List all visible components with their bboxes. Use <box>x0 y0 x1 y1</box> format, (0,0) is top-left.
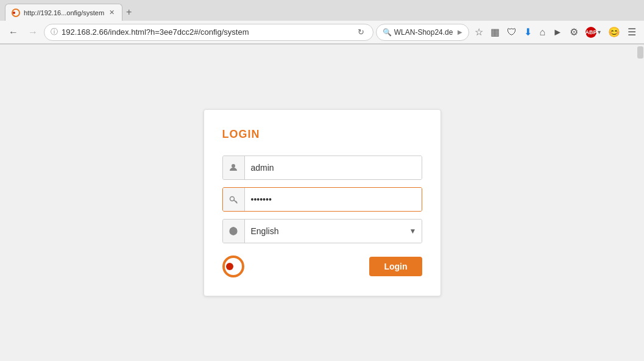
address-bar[interactable]: ⓘ ↻ <box>44 24 373 41</box>
login-button[interactable]: Login <box>369 257 422 276</box>
adblock-button[interactable]: ABP ▾ <box>582 26 604 39</box>
new-tab-button[interactable]: + <box>122 7 135 17</box>
globe-icon <box>228 226 238 236</box>
profile-button[interactable]: 😊 <box>605 24 623 40</box>
search-arrow-icon: ▶ <box>458 29 462 35</box>
scrollbar[interactable] <box>637 45 644 361</box>
abp-arrow-icon: ▾ <box>598 29 601 35</box>
tab-title: http://192.16...onfig/system <box>24 9 104 16</box>
forward-button[interactable]: → <box>24 24 41 40</box>
browser-tab[interactable]: http://192.16...onfig/system ✕ <box>5 4 122 21</box>
forward-icon: → <box>28 27 38 38</box>
language-select-wrapper: English Deutsch Français 中文 ▼ <box>245 220 422 243</box>
container-button[interactable]: ⚙ <box>567 24 581 40</box>
search-icon: 🔍 <box>383 28 392 37</box>
language-field-group: English Deutsch Français 中文 ▼ <box>222 219 422 243</box>
language-select[interactable]: English Deutsch Français 中文 <box>245 220 422 243</box>
scrollbar-thumb[interactable] <box>637 46 643 59</box>
nav-bar: ← → ⓘ ↻ 🔍 WLAN-Shop24.de ▶ ☆ ▦ 🛡 ⬇ ⌂ ► ⚙… <box>0 21 644 44</box>
tab-favicon <box>12 9 20 17</box>
menu-button[interactable]: ☰ <box>625 24 639 40</box>
user-icon <box>228 163 238 173</box>
svg-point-2 <box>232 164 235 168</box>
home-button[interactable]: ⌂ <box>536 24 548 40</box>
key-icon-container <box>223 188 245 211</box>
password-input[interactable] <box>245 188 422 211</box>
search-text: WLAN-Shop24.de <box>394 28 453 37</box>
tab-close-button[interactable]: ✕ <box>108 9 116 16</box>
back-button[interactable]: ← <box>5 24 22 40</box>
send-tab-button[interactable]: ► <box>550 24 565 40</box>
bookmark-star-button[interactable]: ☆ <box>472 24 486 40</box>
toolbar-icons: ☆ ▦ 🛡 ⬇ ⌂ ► ⚙ ABP ▾ 😊 ☰ <box>472 24 639 40</box>
svg-point-1 <box>13 12 15 14</box>
reading-list-button[interactable]: ▦ <box>487 24 503 40</box>
svg-point-10 <box>226 263 233 270</box>
username-input[interactable] <box>245 156 422 179</box>
login-title: LOGIN <box>222 128 422 141</box>
back-icon: ← <box>9 27 18 38</box>
user-icon-container <box>223 156 245 179</box>
tab-bar: http://192.16...onfig/system ✕ + <box>0 0 644 21</box>
key-icon <box>228 195 238 204</box>
page-content: LOGIN <box>0 45 644 361</box>
globe-icon-container <box>223 220 245 243</box>
login-card: LOGIN <box>203 109 441 296</box>
browser-chrome: http://192.16...onfig/system ✕ + ← → ⓘ ↻… <box>0 0 644 45</box>
download-button[interactable]: ⬇ <box>521 24 535 40</box>
username-field-group <box>222 155 422 180</box>
refresh-button[interactable]: ↻ <box>355 27 367 37</box>
address-input[interactable] <box>62 27 352 37</box>
info-icon: ⓘ <box>51 27 58 37</box>
pocket-button[interactable]: 🛡 <box>504 24 520 40</box>
login-footer: Login <box>222 256 422 277</box>
password-field-group <box>222 187 422 212</box>
search-bar[interactable]: 🔍 WLAN-Shop24.de ▶ <box>376 24 470 41</box>
brand-logo <box>222 256 244 277</box>
abp-badge: ABP <box>586 27 596 38</box>
